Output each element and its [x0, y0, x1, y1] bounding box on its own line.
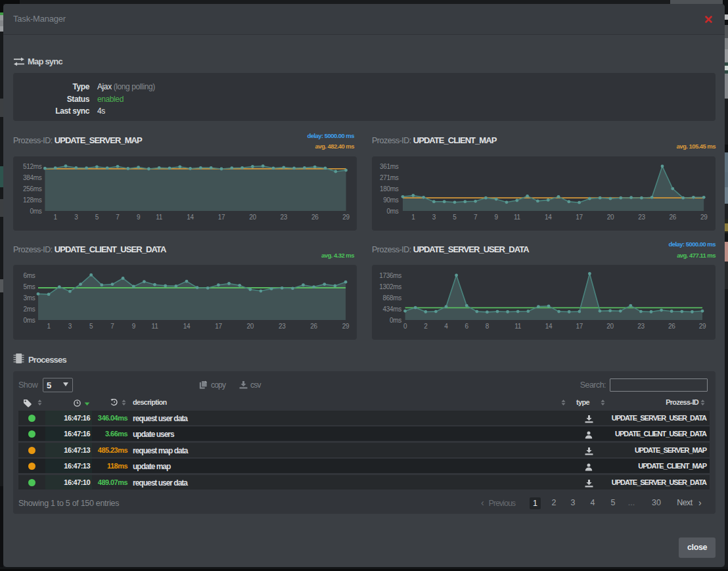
- svg-text:7: 7: [116, 214, 120, 221]
- svg-text:23: 23: [638, 214, 645, 221]
- svg-text:9: 9: [132, 323, 136, 330]
- svg-text:26: 26: [311, 214, 319, 221]
- svg-text:0ms: 0ms: [24, 317, 35, 324]
- svg-text:14: 14: [545, 214, 552, 221]
- svg-text:17: 17: [576, 323, 583, 330]
- svg-text:14: 14: [187, 214, 194, 221]
- svg-text:23: 23: [279, 323, 286, 330]
- svg-text:0ms: 0ms: [30, 208, 41, 215]
- svg-text:11: 11: [514, 214, 521, 221]
- svg-text:3ms: 3ms: [24, 294, 35, 302]
- svg-text:180ms: 180ms: [380, 185, 399, 193]
- svg-text:1736ms: 1736ms: [379, 272, 401, 279]
- svg-text:1: 1: [47, 323, 51, 330]
- svg-text:384ms: 384ms: [23, 174, 42, 181]
- svg-text:5ms: 5ms: [24, 283, 35, 290]
- svg-text:434ms: 434ms: [382, 306, 401, 313]
- svg-text:5: 5: [89, 323, 93, 330]
- svg-text:29: 29: [699, 323, 706, 330]
- svg-text:17: 17: [576, 214, 583, 221]
- svg-text:256ms: 256ms: [23, 185, 42, 193]
- svg-text:23: 23: [281, 214, 288, 221]
- svg-text:1302ms: 1302ms: [379, 283, 401, 290]
- svg-text:9: 9: [495, 214, 499, 221]
- svg-text:26: 26: [310, 323, 317, 330]
- svg-text:14: 14: [545, 323, 553, 330]
- svg-text:23: 23: [637, 323, 645, 330]
- svg-text:3: 3: [74, 214, 78, 221]
- svg-text:6ms: 6ms: [24, 272, 35, 279]
- svg-text:11: 11: [514, 323, 522, 330]
- svg-text:3: 3: [68, 323, 72, 330]
- svg-text:8: 8: [486, 323, 489, 330]
- svg-text:9: 9: [137, 214, 141, 221]
- svg-text:11: 11: [152, 323, 159, 330]
- svg-text:20: 20: [247, 323, 254, 330]
- svg-text:0: 0: [403, 323, 407, 330]
- svg-text:7: 7: [474, 214, 478, 221]
- svg-text:2ms: 2ms: [24, 306, 35, 313]
- svg-text:3: 3: [432, 214, 436, 221]
- svg-text:17: 17: [218, 214, 225, 221]
- svg-text:20: 20: [606, 323, 614, 330]
- svg-text:29: 29: [700, 214, 708, 221]
- svg-text:26: 26: [670, 214, 677, 221]
- svg-text:11: 11: [156, 214, 163, 221]
- svg-text:7: 7: [110, 323, 114, 330]
- svg-text:1: 1: [411, 214, 415, 221]
- svg-text:20: 20: [607, 214, 614, 221]
- svg-text:512ms: 512ms: [23, 163, 42, 170]
- svg-text:0ms: 0ms: [390, 317, 401, 324]
- svg-text:20: 20: [249, 214, 256, 221]
- svg-text:26: 26: [668, 323, 675, 330]
- svg-text:14: 14: [183, 323, 191, 330]
- svg-text:868ms: 868ms: [382, 294, 401, 302]
- svg-text:6: 6: [465, 323, 469, 330]
- svg-text:128ms: 128ms: [23, 196, 42, 204]
- svg-text:4: 4: [444, 323, 448, 330]
- svg-text:1: 1: [54, 214, 58, 221]
- svg-text:5: 5: [95, 214, 99, 221]
- svg-text:5: 5: [453, 214, 457, 221]
- svg-text:17: 17: [215, 323, 222, 330]
- svg-text:2: 2: [424, 323, 428, 330]
- svg-text:29: 29: [342, 323, 350, 330]
- svg-text:361ms: 361ms: [380, 163, 399, 170]
- svg-text:90ms: 90ms: [383, 196, 399, 204]
- svg-text:0ms: 0ms: [387, 208, 399, 215]
- svg-text:271ms: 271ms: [380, 174, 399, 181]
- svg-text:29: 29: [342, 214, 350, 221]
